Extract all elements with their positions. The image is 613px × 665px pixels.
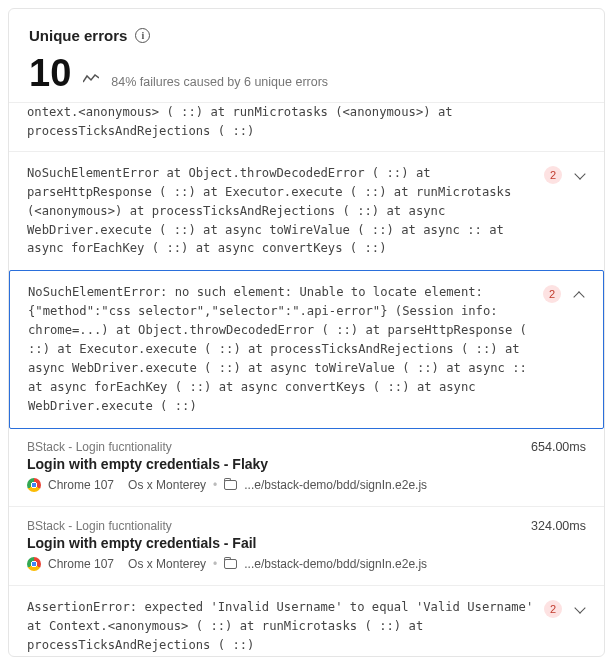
info-icon[interactable]: i: [135, 28, 150, 43]
stats-text: 84% failures caused by 6 unique errors: [111, 75, 328, 89]
unique-errors-panel: Unique errors i 10 84% failures caused b…: [8, 8, 605, 657]
suite-name: BStack - Login fucntionality: [27, 519, 172, 533]
separator-dot: •: [213, 478, 217, 492]
browser-label: Chrome 107: [48, 557, 114, 571]
panel-header: Unique errors i 10 84% failures caused b…: [9, 9, 604, 102]
error-row[interactable]: NoSuchElementError at Object.throwDecode…: [9, 152, 604, 272]
test-name: Login with empty credentials - Fail: [27, 535, 586, 551]
chevron-up-icon[interactable]: [573, 288, 585, 300]
chrome-icon: [27, 478, 41, 492]
test-detail-row[interactable]: BStack - Login fucntionality 324.00ms Lo…: [9, 507, 604, 586]
occurrence-badge: 2: [544, 600, 562, 618]
panel-title: Unique errors: [29, 27, 127, 44]
test-meta: Chrome 107 Os x Monterey • ...e/bstack-d…: [27, 478, 586, 492]
chevron-down-icon[interactable]: [574, 603, 586, 615]
folder-icon: [224, 559, 237, 569]
test-duration: 654.00ms: [531, 440, 586, 454]
trend-icon: [83, 71, 99, 87]
error-list: ontext.<anonymous> ( ::) at runMicrotask…: [9, 102, 604, 657]
browser-label: Chrome 107: [48, 478, 114, 492]
error-count: 10: [29, 54, 71, 92]
test-name: Login with empty credentials - Flaky: [27, 456, 586, 472]
error-message: NoSuchElementError: no such element: Una…: [28, 283, 533, 415]
test-duration: 324.00ms: [531, 519, 586, 533]
chrome-icon: [27, 557, 41, 571]
folder-icon: [224, 480, 237, 490]
os-label: Os x Monterey: [128, 478, 206, 492]
file-path: ...e/bstack-demo/bdd/signIn.e2e.js: [244, 478, 427, 492]
file-path: ...e/bstack-demo/bdd/signIn.e2e.js: [244, 557, 427, 571]
os-label: Os x Monterey: [128, 557, 206, 571]
error-message: NoSuchElementError at Object.throwDecode…: [27, 164, 534, 259]
occurrence-badge: 2: [544, 166, 562, 184]
chevron-down-icon[interactable]: [574, 169, 586, 181]
test-detail-row[interactable]: BStack - Login fucntionality 654.00ms Lo…: [9, 428, 604, 507]
occurrence-badge: 2: [543, 285, 561, 303]
error-row-expanded[interactable]: NoSuchElementError: no such element: Una…: [9, 270, 604, 428]
test-meta: Chrome 107 Os x Monterey • ...e/bstack-d…: [27, 557, 586, 571]
error-row-truncated[interactable]: ontext.<anonymous> ( ::) at runMicrotask…: [9, 103, 604, 152]
error-row[interactable]: AssertionError: expected 'Invalid Userna…: [9, 586, 604, 657]
error-message: AssertionError: expected 'Invalid Userna…: [27, 598, 534, 655]
separator-dot: •: [213, 557, 217, 571]
suite-name: BStack - Login fucntionality: [27, 440, 172, 454]
